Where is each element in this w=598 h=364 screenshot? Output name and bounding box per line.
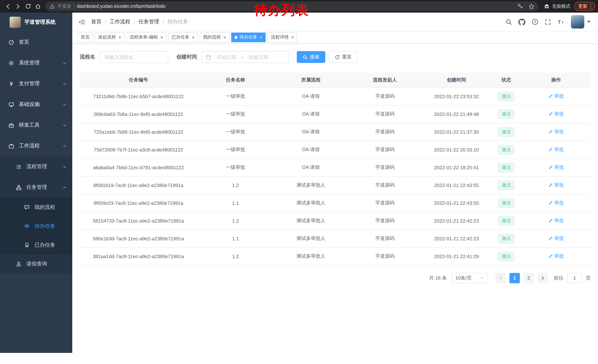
browser-back-button[interactable] xyxy=(3,1,13,11)
sidebar-item-todo-tasks[interactable]: 待办任务 xyxy=(0,217,72,235)
browser-home-button[interactable] xyxy=(33,1,43,11)
browser-refresh-button[interactable] xyxy=(23,1,33,11)
sidebar-item-my-processes[interactable]: 我的流程 xyxy=(0,198,72,217)
tab-label: 已办任务 xyxy=(172,34,189,40)
tags-view-bar: 首页 发起流程 × 流程表单-编辑 × 已办任务 × 我的流程 × xyxy=(72,31,598,44)
table-row: 381aa1dd-7ac8-11ec-a9e2-a2380e71991a 1.2… xyxy=(80,247,590,265)
incognito-label: 无痕模式 xyxy=(552,3,570,9)
approve-link[interactable]: 审批 xyxy=(548,182,564,188)
filter-bar: 流程名 创建时间 - 搜索 xyxy=(80,51,590,63)
user-icon xyxy=(16,261,22,267)
edit-pencil-icon xyxy=(548,201,553,205)
close-icon[interactable]: × xyxy=(192,35,194,40)
incognito-badge: 无痕模式 xyxy=(543,3,570,9)
tab-process-form-edit[interactable]: 流程表单-编辑 × xyxy=(126,32,166,42)
approve-link[interactable]: 审批 xyxy=(548,164,564,171)
close-icon[interactable]: × xyxy=(160,35,163,40)
breadcrumb-workflow[interactable]: 工作流程 xyxy=(110,18,130,25)
close-icon[interactable]: × xyxy=(260,35,262,40)
user-menu[interactable] xyxy=(571,15,590,29)
search-icon[interactable] xyxy=(505,18,512,25)
tab-todo-tasks[interactable]: 待办任务 × xyxy=(231,32,266,42)
font-size-icon[interactable]: TT xyxy=(557,19,565,25)
sidebar-item-leave-query[interactable]: 请假查询 xyxy=(0,254,72,273)
tab-start-process[interactable]: 发起流程 × xyxy=(95,32,125,42)
table-row: a6aba0a4-7b6d-11ec-b781-acde48001122 一级审… xyxy=(80,159,590,176)
approve-link[interactable]: 审批 xyxy=(548,146,564,153)
user-avatar[interactable] xyxy=(571,15,584,29)
close-icon[interactable]: × xyxy=(291,35,294,40)
help-question-icon[interactable]: ? xyxy=(532,18,538,25)
sidebar-item-infrastructure[interactable]: 基础设施 xyxy=(0,94,72,115)
approve-link[interactable]: 审批 xyxy=(548,253,564,259)
page-button-1[interactable]: 1 xyxy=(509,273,520,283)
approve-link[interactable]: 审批 xyxy=(548,217,564,224)
browser-forward-button[interactable] xyxy=(13,1,23,11)
sidebar-item-dev-tools[interactable]: 研发工具 xyxy=(0,115,72,136)
chevron-down-icon xyxy=(63,123,67,127)
table-row: 73211d9d-7b9b-11ec-b5b7-acde48001122 一级审… xyxy=(80,87,590,105)
cell-actions: 审批 xyxy=(522,141,590,159)
tab-label: 首页 xyxy=(81,34,90,40)
prev-page-button[interactable] xyxy=(495,273,506,283)
tab-home[interactable]: 首页 xyxy=(77,32,93,42)
approve-link[interactable]: 审批 xyxy=(548,200,564,206)
start-date-input[interactable] xyxy=(213,54,240,60)
tab-my-processes[interactable]: 我的流程 × xyxy=(200,32,229,42)
process-name-input[interactable] xyxy=(100,51,168,63)
goto-page-input[interactable] xyxy=(567,273,582,283)
end-date-input[interactable] xyxy=(245,54,272,60)
screen: 不安全 dashboard.yudao.iocoder.cn/bpm/task/… xyxy=(0,0,598,364)
sidebar-item-task-management[interactable]: 任务管理 xyxy=(0,177,72,198)
breadcrumb-current: 待办任务 xyxy=(167,18,188,25)
next-page-button[interactable] xyxy=(538,273,548,283)
approve-link[interactable]: 审批 xyxy=(548,129,564,135)
sidebar-item-process-management[interactable]: 流程管理 xyxy=(0,156,72,177)
approve-link[interactable]: 审批 xyxy=(548,93,564,100)
sidebar-menu: 首页 系统管理 ¥ 支付管理 基础设施 xyxy=(0,32,72,273)
table-row: 069c6a63-7b8a-11ec-8ef0-acde48001122 一级审… xyxy=(80,105,590,123)
sidebar: 芋道管理系统 首页 系统管理 ¥ 支付管理 xyxy=(0,13,72,353)
cell-task-name: 一级审批 xyxy=(197,123,274,141)
cell-initiator: 芋道源码 xyxy=(348,247,422,265)
browser-update-button[interactable]: 更新 xyxy=(574,2,595,11)
github-icon[interactable] xyxy=(518,18,525,25)
dashboard-icon xyxy=(8,40,15,45)
date-range-picker[interactable]: - xyxy=(201,51,289,63)
cell-task-id: 75d72608-7b7f-11ec-a3c8-acde48001122 xyxy=(80,141,197,159)
tab-process-detail[interactable]: 流程详情 × xyxy=(267,32,297,42)
reset-button[interactable]: 重置 xyxy=(329,51,357,63)
bookmark-star-icon[interactable] xyxy=(527,2,536,11)
sidebar-item-label: 研发工具 xyxy=(19,122,40,129)
tab-done-tasks[interactable]: 已办任务 × xyxy=(168,32,198,42)
approve-link[interactable]: 审批 xyxy=(548,111,564,117)
table-body: 73211d9d-7b9b-11ec-b5b7-acde48001122 一级审… xyxy=(80,87,590,265)
search-button[interactable]: 搜索 xyxy=(297,51,325,63)
sidebar-item-done-tasks[interactable]: 已办任务 xyxy=(0,235,72,254)
cell-task-id: 725a1eb6-7b88-11ec-8ef0-acde48001122 xyxy=(80,123,197,141)
cell-process: OA 请假 xyxy=(274,159,348,176)
close-icon[interactable]: × xyxy=(224,35,226,40)
breadcrumb-task-management[interactable]: 任务管理 xyxy=(139,18,159,25)
breadcrumb: 首页 / 工作流程 / 任务管理 / 待办任务 xyxy=(91,18,188,25)
caret-down-icon xyxy=(587,21,590,23)
approve-link[interactable]: 审批 xyxy=(548,235,564,242)
status-badge: 激活 xyxy=(498,252,515,261)
password-key-icon[interactable] xyxy=(515,2,524,11)
close-icon[interactable]: × xyxy=(119,35,121,40)
sidebar-item-home[interactable]: 首页 xyxy=(0,32,72,53)
sidebar-item-payment-management[interactable]: ¥ 支付管理 xyxy=(0,73,72,94)
sidebar-item-system-management[interactable]: 系统管理 xyxy=(0,53,72,73)
fullscreen-icon[interactable] xyxy=(545,19,551,25)
browser-address-bar[interactable]: 不安全 dashboard.yudao.iocoder.cn/bpm/task/… xyxy=(45,1,538,11)
cell-status: 激活 xyxy=(491,105,522,123)
cell-status: 激活 xyxy=(491,159,522,176)
sidebar-toggle-hamburger-icon[interactable] xyxy=(78,19,85,25)
breadcrumb-home[interactable]: 首页 xyxy=(91,18,101,25)
page-size-select[interactable]: 10条/页 xyxy=(452,273,487,283)
sidebar-item-workflow[interactable]: 工作流程 xyxy=(0,136,72,156)
browser-menu-kebab-icon[interactable] xyxy=(590,4,591,9)
cell-status: 激活 xyxy=(491,247,522,265)
page-button-2[interactable]: 2 xyxy=(523,273,534,283)
status-badge: 激活 xyxy=(498,127,515,137)
